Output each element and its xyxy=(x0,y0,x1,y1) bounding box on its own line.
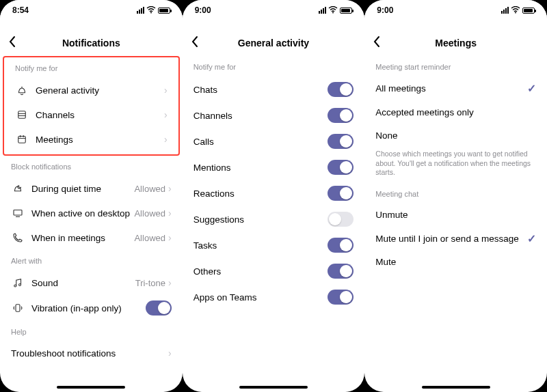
section-header-block: Block notifications xyxy=(0,156,183,176)
toggle-switch[interactable] xyxy=(328,134,353,149)
option-row[interactable]: Accepted meetings only xyxy=(364,100,547,124)
row-general-activity[interactable]: General activity › xyxy=(4,78,178,102)
chevron-right-icon: › xyxy=(164,134,168,145)
chevron-right-icon: › xyxy=(168,277,172,288)
row-label: Vibration (in-app only) xyxy=(31,303,146,313)
desktop-icon xyxy=(11,206,25,220)
option-row[interactable]: Mute until I join or send a message✓ xyxy=(364,227,547,251)
row-troubleshoot[interactable]: Troubleshoot notifications › xyxy=(0,341,183,365)
row-label: When in meetings xyxy=(31,233,134,243)
toggle-row: Channels xyxy=(183,102,365,128)
home-indicator[interactable] xyxy=(239,386,308,389)
row-meetings[interactable]: Meetings › xyxy=(4,127,178,152)
section-header-chat: Meeting chat xyxy=(364,183,547,204)
vibration-icon xyxy=(11,301,25,315)
screen-notifications: 8:54 Notifications Notify me for General… xyxy=(0,0,183,392)
row-label: Mute until I join or send a message xyxy=(375,234,527,244)
row-label: Accepted meetings only xyxy=(375,107,536,117)
row-label: Unmute xyxy=(375,210,536,220)
section-header-start: Meeting start reminder xyxy=(364,56,547,76)
toggle-switch[interactable] xyxy=(328,82,353,97)
toggle-switch[interactable] xyxy=(328,108,353,123)
option-row[interactable]: All meetings✓ xyxy=(364,76,547,100)
option-row[interactable]: Unmute xyxy=(364,204,547,227)
toggle-row: Suggestions xyxy=(183,206,365,232)
svg-point-0 xyxy=(150,12,152,13)
calendar-icon xyxy=(15,132,29,146)
content-area: Meeting start reminder All meetings✓Acce… xyxy=(364,53,547,392)
row-value: Allowed xyxy=(134,208,165,219)
nav-bar: Meetings xyxy=(364,33,547,53)
checkmark-icon: ✓ xyxy=(527,232,536,245)
row-sound[interactable]: Sound Tri-tone › xyxy=(0,270,183,295)
row-value: Allowed xyxy=(134,233,165,243)
toggle-switch[interactable] xyxy=(328,186,353,201)
status-time: 8:54 xyxy=(12,5,29,15)
row-quiet-time[interactable]: During quiet time Allowed › xyxy=(0,176,183,201)
channel-icon xyxy=(15,108,29,122)
status-time: 9:00 xyxy=(377,5,393,15)
row-label: During quiet time xyxy=(31,184,134,194)
row-label: Channels xyxy=(36,110,164,120)
content-area: Notify me for General activity › Channel… xyxy=(0,53,183,392)
svg-point-13 xyxy=(332,12,334,13)
highlight-box: Notify me for General activity › Channel… xyxy=(3,56,180,156)
toggle-row: Tasks xyxy=(183,232,365,258)
status-bar: 8:54 xyxy=(0,0,183,20)
battery-icon xyxy=(158,8,170,14)
section-header-notify: Notify me for xyxy=(183,56,365,76)
home-indicator[interactable] xyxy=(57,386,125,389)
toggle-switch[interactable] xyxy=(328,264,353,279)
page-title: General activity xyxy=(238,38,309,48)
toggle-switch[interactable] xyxy=(328,238,353,253)
signal-icon xyxy=(501,7,509,14)
home-indicator[interactable] xyxy=(422,386,490,389)
battery-icon xyxy=(340,8,352,14)
chevron-right-icon: › xyxy=(168,232,172,243)
row-vibration: Vibration (in-app only) xyxy=(0,295,183,321)
checkmark-icon: ✓ xyxy=(527,82,536,95)
toggle-switch[interactable] xyxy=(328,212,353,227)
toggle-switch[interactable] xyxy=(328,290,353,305)
row-label: General activity xyxy=(36,85,164,96)
page-title: Meetings xyxy=(435,38,477,48)
phone-icon xyxy=(11,231,25,244)
explain-text: Choose which meetings you want to get no… xyxy=(364,147,547,183)
music-icon xyxy=(11,276,25,290)
status-icons xyxy=(137,6,170,15)
svg-point-14 xyxy=(515,12,516,13)
option-row[interactable]: Mute xyxy=(364,251,547,274)
page-title: Notifications xyxy=(62,38,120,48)
section-header-notify: Notify me for xyxy=(4,57,178,78)
vibration-toggle[interactable] xyxy=(146,300,172,316)
bell-icon xyxy=(15,83,29,97)
wifi-icon xyxy=(328,6,338,15)
toggle-row: Chats xyxy=(183,76,365,102)
svg-point-10 xyxy=(14,285,16,287)
screen-general-activity: 9:00 General activity Notify me for Chat… xyxy=(183,0,365,392)
row-in-meetings[interactable]: When in meetings Allowed › xyxy=(0,225,183,250)
row-value: Allowed xyxy=(134,184,165,194)
back-button[interactable] xyxy=(373,36,381,51)
row-active-desktop[interactable]: When active on desktop Allowed › xyxy=(0,201,183,225)
row-label: When active on desktop xyxy=(31,208,134,219)
screen-meetings: 9:00 Meetings Meeting start reminder All… xyxy=(364,0,547,392)
content-area: Notify me for ChatsChannelsCallsMentions… xyxy=(183,53,365,392)
signal-icon xyxy=(137,7,144,14)
back-button[interactable] xyxy=(8,36,16,51)
svg-rect-8 xyxy=(14,210,22,216)
row-label: Suggestions xyxy=(194,214,328,225)
row-label: Meetings xyxy=(36,135,164,145)
toggle-switch[interactable] xyxy=(328,160,353,175)
moon-bell-icon xyxy=(11,182,25,195)
row-label: Channels xyxy=(194,111,328,121)
row-label: Tasks xyxy=(194,240,328,251)
row-channels[interactable]: Channels › xyxy=(4,102,178,127)
section-header-help: Help xyxy=(0,321,183,341)
toggle-row: Reactions xyxy=(183,180,365,206)
back-button[interactable] xyxy=(191,36,199,51)
row-label: Mute xyxy=(375,257,536,267)
status-bar: 9:00 xyxy=(183,0,365,20)
svg-rect-1 xyxy=(18,111,26,119)
option-row[interactable]: None xyxy=(364,124,547,147)
